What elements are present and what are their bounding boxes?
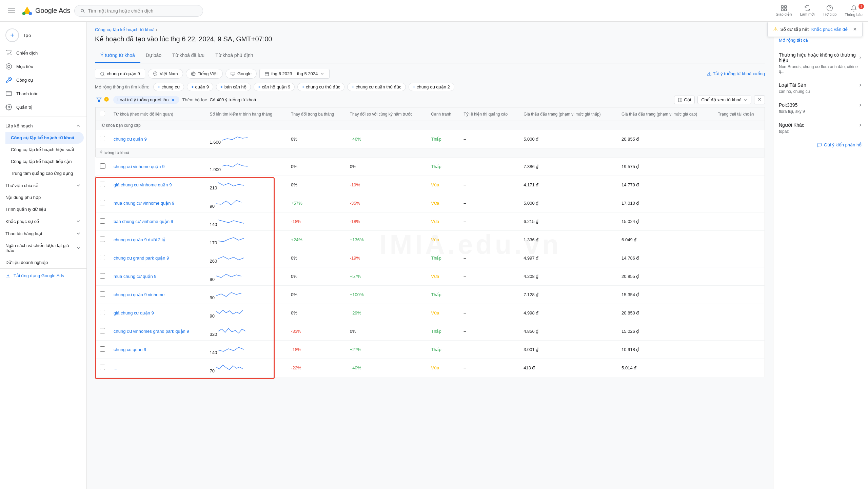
sidebar-item-thanh-toan[interactable]: Thanh toán xyxy=(0,87,84,100)
expand-chip-3[interactable]: + căn hộ quận 9 xyxy=(254,83,295,91)
sidebar-group-ngan-sach[interactable]: Ngân sách và chiến lược đặt giá thầu xyxy=(0,240,86,257)
keyword-cell[interactable]: chung cư quận 9 xyxy=(110,130,206,148)
expand-chip-1[interactable]: + quận 9 xyxy=(187,83,213,91)
sidebar-item-tiep-can[interactable]: Công cụ lập kế hoạch tiếp cận xyxy=(5,156,84,167)
sparkline-idea-3 xyxy=(218,216,245,226)
giao-dien-button[interactable]: Giao diện xyxy=(776,5,792,17)
expand-chip-2[interactable]: + bán căn hộ xyxy=(216,83,251,91)
expand-chip-5[interactable]: + chung cư quận thủ đức xyxy=(347,83,406,91)
svg-rect-15 xyxy=(6,91,12,96)
col-impression[interactable]: Tỷ lệ hiện thị quảng cáo xyxy=(459,107,519,121)
sidebar-item-du-lieu[interactable]: Dữ liệu doanh nghiệp xyxy=(0,257,84,268)
tab-tu-khoa-da-luu[interactable]: Từ khoá đã lưu xyxy=(167,48,210,63)
row-checkbox[interactable] xyxy=(100,310,105,315)
col-volume[interactable]: Số lần tìm kiếm tr bình hàng tháng xyxy=(206,107,287,121)
sidebar-group-khac-phuc[interactable]: Khắc phục sự cố xyxy=(0,215,86,227)
bid-high-cell: 20.850 ₫ xyxy=(617,304,714,322)
search-keyword-chip[interactable]: chung cư quận 9 xyxy=(95,69,145,79)
sidebar-footer[interactable]: Tải ứng dụng Google Ads xyxy=(0,268,86,282)
sidebar-item-hieu-suat[interactable]: Công cụ lập kế hoạch hiệu suất xyxy=(5,144,84,156)
thong-bao-button[interactable]: 1 Thông báo xyxy=(845,5,863,17)
col-status[interactable]: Trạng thái tài khoản xyxy=(714,107,765,121)
col-change3m[interactable]: Thay đổi trong ba tháng xyxy=(287,107,346,121)
exclude-chip[interactable]: Loại trừ ý tưởng người lớn xyxy=(113,96,179,104)
lam-moi-button[interactable]: Làm mới xyxy=(800,5,815,17)
language-chip[interactable]: Tiếng Việt xyxy=(186,69,223,79)
network-chip[interactable]: Google xyxy=(225,69,257,79)
location-chip[interactable]: Việt Nam xyxy=(148,69,183,79)
tab-tu-khoa-phu-dinh[interactable]: Từ khoá phủ định xyxy=(210,48,259,63)
tab-du-bao[interactable]: Dự báo xyxy=(140,48,167,63)
col-changeyoy[interactable]: Thay đổi so với cùng kỳ năm trước xyxy=(346,107,427,121)
row-checkbox[interactable] xyxy=(100,218,105,224)
view-select[interactable]: Chế độ xem từ khoá xyxy=(697,96,751,104)
sidebar-group-lap-ke-hoach[interactable]: Lập kế hoạch xyxy=(0,120,86,132)
sidebar-item-noi-dung[interactable]: Nội dung phù hợp xyxy=(0,191,84,203)
sidebar-item-quan-tri[interactable]: Quản trị xyxy=(0,100,84,114)
sidebar-group-thu-vien[interactable]: Thư viện chia sẻ xyxy=(0,179,86,191)
google-ads-logo-icon xyxy=(22,5,33,16)
row-checkbox[interactable] xyxy=(100,273,105,279)
alert-close-icon[interactable]: ✕ xyxy=(853,27,857,32)
row-checkbox[interactable] xyxy=(100,163,105,169)
sidebar-item-chien-dich[interactable]: Chiến dịch xyxy=(0,46,84,60)
sidebar-item-muc-tieu[interactable]: Mục tiêu xyxy=(0,60,84,73)
keyword-cell[interactable]: giá chung cư quận 9 xyxy=(110,304,206,322)
bid-high-cell: 14.779 ₫ xyxy=(617,176,714,194)
create-button[interactable]: + xyxy=(5,28,19,42)
panel-filter-asset-header[interactable]: Loại Tài Sản xyxy=(779,82,863,88)
row-checkbox[interactable] xyxy=(100,200,105,205)
keyword-cell[interactable]: chung cư vinhome quận 9 xyxy=(110,158,206,176)
sidebar-item-ung-dung[interactable]: Trung tâm quảng cáo ứng dụng xyxy=(5,167,84,179)
keyword-cell[interactable]: chung cư vinhomes grand park quận 9 xyxy=(110,322,206,341)
keyword-cell[interactable]: giá chung cư vinhome quận 9 xyxy=(110,176,206,194)
keyword-cell[interactable]: ... xyxy=(110,359,206,377)
tro-giup-button[interactable]: Trợ giúp xyxy=(823,5,837,17)
collapse-button[interactable] xyxy=(754,95,765,104)
feedback-button[interactable]: Gửi ý kiến phản hồi xyxy=(817,142,863,147)
panel-filter-brand-header[interactable]: Thương hiệu hoặc không có thương hiệu xyxy=(779,52,863,63)
row-checkbox[interactable] xyxy=(100,237,105,242)
col-competition[interactable]: Cạnh tranh xyxy=(427,107,459,121)
keyword-cell[interactable]: bán chung cư vinhome quận 9 xyxy=(110,212,206,231)
keyword-cell[interactable]: chung cu quan 9 xyxy=(110,341,206,359)
panel-filter-poi-header[interactable]: Poi:3395 xyxy=(779,102,863,108)
keyword-cell[interactable]: chung cư grand park quận 9 xyxy=(110,249,206,267)
select-all-checkbox[interactable] xyxy=(100,111,105,116)
keyword-cell[interactable]: mua chung cư vinhome quận 9 xyxy=(110,194,206,212)
row-checkbox[interactable] xyxy=(100,136,105,141)
filter-icon xyxy=(96,97,102,103)
sidebar-item-cong-cu[interactable]: Công cụ xyxy=(0,73,84,87)
date-range-chip[interactable]: thg 6 2023 – thg 5 2024 xyxy=(259,69,330,79)
row-checkbox[interactable] xyxy=(100,365,105,370)
menu-icon[interactable] xyxy=(5,4,18,17)
row-checkbox[interactable] xyxy=(100,346,105,352)
add-filter-button[interactable]: Thêm bộ lọc xyxy=(182,97,207,102)
expand-chip-4[interactable]: + chung cư thủ đức xyxy=(297,83,344,91)
panel-filter-other-header[interactable]: Người Khác xyxy=(779,122,863,128)
filter-button[interactable]: 1 xyxy=(95,95,111,104)
sidebar-group-thao-tac[interactable]: Thao tác hàng loạt xyxy=(0,227,86,240)
search-input[interactable] xyxy=(88,8,197,14)
download-link[interactable]: Tải ý tưởng từ khoá xuống xyxy=(707,71,765,76)
expand-chip-0[interactable]: + chung cư xyxy=(153,83,184,91)
col-button[interactable]: Cột xyxy=(674,96,695,104)
breadcrumb-item[interactable]: Công cụ lập kế hoạch từ khoá xyxy=(95,27,155,32)
sidebar-item-tu-khoa[interactable]: Công cụ lập kế hoạch từ khoá xyxy=(5,132,84,144)
keyword-cell[interactable]: chung cư quận 9 dưới 2 tỷ xyxy=(110,231,206,249)
row-checkbox[interactable] xyxy=(100,182,105,187)
tab-y-tuong-tu-khoa[interactable]: Ý tưởng từ khoá xyxy=(95,48,140,63)
row-checkbox[interactable] xyxy=(100,328,105,333)
alert-fix-link[interactable]: Khắc phục vấn đề xyxy=(811,27,848,32)
expand-chip-6[interactable]: + chung cư quận 2 xyxy=(409,83,454,91)
keyword-cell[interactable]: mua chung cư quận 9 xyxy=(110,267,206,286)
row-checkbox[interactable] xyxy=(100,255,105,260)
keyword-cell[interactable]: chung cư quận 9 vinhome xyxy=(110,286,206,304)
panel-expand-link[interactable]: Mở rộng tất cả xyxy=(779,38,863,43)
row-checkbox[interactable] xyxy=(100,291,105,297)
col-bid-low[interactable]: Giá thầu đầu trang (phạm vi mức giá thấp… xyxy=(519,107,617,121)
col-keyword[interactable]: Từ khoá (theo mức độ liên quan) xyxy=(110,107,206,121)
col-bid-high[interactable]: Giá thầu đầu trang (phạm vi mức giá cao) xyxy=(617,107,714,121)
search-bar[interactable] xyxy=(74,5,203,17)
sidebar-item-trinh-quan-ly[interactable]: Trình quản lý dữ liệu xyxy=(0,203,84,215)
